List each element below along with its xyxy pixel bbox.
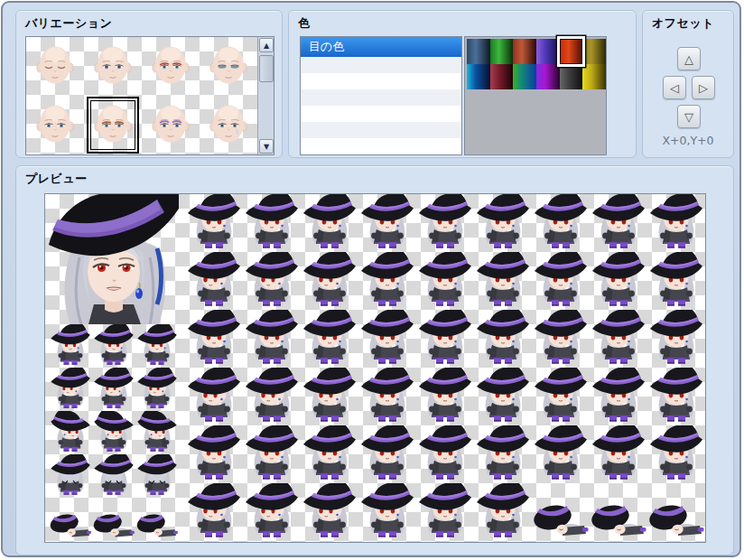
walk-sprite-side-l — [49, 368, 92, 411]
sv-sprite-front — [416, 194, 474, 252]
palette-swatch-crimson[interactable] — [490, 64, 514, 89]
color-part-list-empty-row — [301, 154, 461, 155]
sv-sprite-side-l — [243, 252, 301, 310]
offset-up-button[interactable]: △ — [677, 47, 701, 70]
sv-sprite-front — [474, 483, 532, 541]
walk-sprite-sheet — [49, 324, 179, 498]
sv-sprite-front — [647, 368, 705, 425]
sv-sprite-side-l — [185, 368, 243, 425]
variation-thumbnail-eyes-purple-shadow[interactable] — [142, 96, 200, 154]
palette-swatch-magenta[interactable] — [536, 64, 560, 89]
sv-sprite-front — [416, 425, 474, 483]
color-palette-box — [464, 36, 607, 155]
character-generator-window: バリエーション ▲ ▼ 色 目の色 オフセット △ ◁ — [0, 0, 744, 560]
sv-sprite-side-l — [185, 483, 243, 541]
color-part-item-eye-color[interactable]: 目の色 — [301, 37, 461, 57]
walk-sprite-side-l — [92, 368, 135, 411]
walk-sprite-front — [92, 324, 135, 368]
damage-sprite-sheet — [49, 498, 179, 541]
sv-sprite-front — [416, 252, 474, 310]
sv-sprite-front — [358, 194, 416, 252]
color-part-list-empty-row — [301, 122, 461, 138]
offset-panel: オフセット △ ◁ ▷ ▽ X+0,Y+0 — [642, 10, 734, 158]
walk-sprite-front — [49, 324, 92, 368]
scrollbar-down-icon[interactable]: ▼ — [259, 139, 274, 154]
offset-right-button[interactable]: ▷ — [692, 76, 715, 99]
variation-thumbnail-eyes-narrow[interactable] — [200, 37, 257, 96]
offset-left-button[interactable]: ◁ — [663, 76, 686, 99]
sv-sprite-front — [185, 194, 243, 252]
walk-sprite-front — [135, 324, 179, 368]
sv-sprite-front — [590, 368, 647, 425]
preview-panel: プレビュー — [15, 165, 734, 555]
sv-sprite-side-l — [185, 252, 243, 310]
palette-swatch-red-brown[interactable] — [513, 39, 536, 64]
sv-sprite-front — [532, 310, 590, 368]
sv-sprite-front — [474, 194, 532, 252]
sv-sprite-front — [532, 252, 590, 310]
variation-thumbnail-eyes-tear[interactable] — [200, 96, 257, 154]
offset-coordinates-label: X+0,Y+0 — [643, 134, 733, 147]
damage-sprite-lying — [92, 498, 135, 541]
sv-sprite-front — [416, 310, 474, 368]
palette-swatch-steel-blue[interactable] — [467, 39, 490, 64]
palette-swatch-red[interactable] — [560, 39, 583, 64]
color-part-list-empty-row — [301, 89, 461, 106]
scrollbar-thumb[interactable] — [259, 55, 274, 82]
sv-sprite-side-l — [301, 368, 358, 425]
sv-sprite-front — [474, 368, 532, 425]
palette-swatch-cyan-navy[interactable] — [467, 64, 490, 89]
sv-sprite-front — [301, 310, 358, 368]
sv-sprite-front — [243, 310, 301, 368]
color-part-list-empty-row — [301, 57, 461, 73]
damage-sprite-lying — [135, 498, 179, 541]
sv-sprite-lying — [590, 483, 647, 541]
variation-thumbnail-eyes-brown-liner[interactable] — [84, 96, 142, 154]
window-frame: バリエーション ▲ ▼ 色 目の色 オフセット △ ◁ — [1, 1, 741, 557]
offset-down-button[interactable]: ▽ — [677, 105, 701, 128]
damage-sprite-lying — [49, 498, 92, 541]
sv-sprite-front — [358, 483, 416, 541]
walk-sprite-side-l — [135, 368, 179, 411]
variation-thumbnail-eyes-closed[interactable] — [26, 37, 84, 96]
sv-sprite-front — [647, 425, 705, 483]
sv-sprite-lying — [532, 483, 590, 541]
sv-sprite-front — [532, 194, 590, 252]
palette-swatch-green-blue[interactable] — [513, 64, 536, 89]
variation-thumbnail-grid — [26, 37, 257, 154]
preview-box — [44, 193, 706, 543]
palette-swatch-violet-navy[interactable] — [536, 39, 560, 64]
selected-thumbnail-frame — [87, 97, 139, 154]
color-panel: 色 目の色 — [288, 10, 637, 158]
scrollbar-up-icon[interactable]: ▲ — [259, 38, 274, 52]
walk-sprite-back — [92, 454, 135, 498]
sv-sprite-front — [647, 194, 705, 252]
color-panel-title: 色 — [298, 15, 311, 32]
variation-thumbnail-eyes-blue[interactable] — [84, 37, 142, 96]
sv-sprite-front — [474, 310, 532, 368]
color-palette-grid — [467, 39, 606, 89]
sv-sprite-front — [243, 425, 301, 483]
sv-sprite-side-l — [243, 483, 301, 541]
variation-panel-title: バリエーション — [25, 15, 112, 32]
sv-sprite-front — [532, 425, 590, 483]
walk-sprite-side-r — [92, 411, 135, 454]
palette-swatch-yellow[interactable] — [582, 64, 606, 89]
palette-swatch-gray[interactable] — [560, 64, 583, 89]
walk-sprite-back — [135, 454, 179, 498]
sv-sprite-lying — [647, 483, 705, 541]
sv-sprite-front — [474, 425, 532, 483]
sv-sprite-front — [416, 483, 474, 541]
palette-swatch-green[interactable] — [490, 39, 514, 64]
variation-thumbnail-eyes-red-liner[interactable] — [142, 37, 200, 96]
color-part-list-empty-row — [301, 138, 461, 154]
sv-sprite-front — [185, 425, 243, 483]
sv-sprite-front — [590, 310, 647, 368]
variation-thumbnail-eyes-gray[interactable] — [26, 96, 84, 154]
variation-scrollbar[interactable]: ▲ ▼ — [257, 37, 274, 154]
sv-sprite-front — [590, 425, 647, 483]
sv-sprite-front — [416, 368, 474, 425]
color-part-list: 目の色 — [300, 36, 462, 155]
sv-sprite-front — [301, 194, 358, 252]
palette-swatch-olive[interactable] — [582, 39, 606, 64]
